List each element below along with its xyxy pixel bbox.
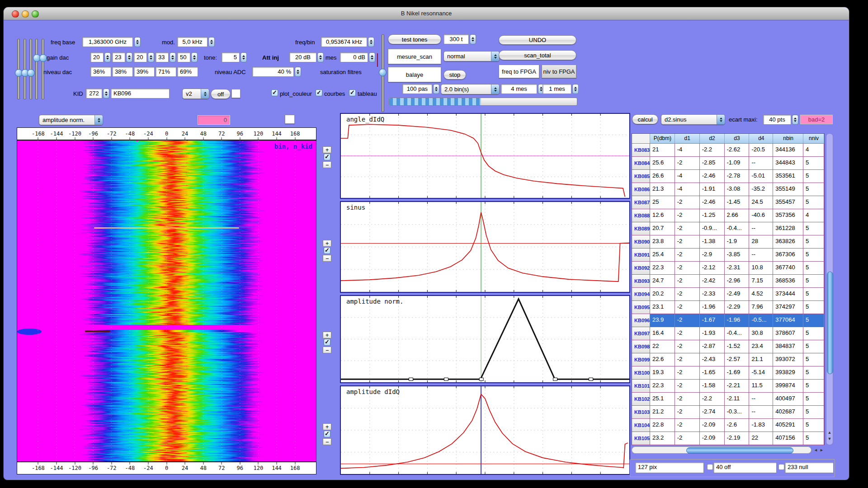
plot-amplitude-norm-[interactable]: amplitude norm. — [340, 295, 630, 383]
scan-total-button[interactable]: scan_total — [499, 50, 576, 60]
zoom-in-button[interactable]: + — [323, 146, 331, 153]
kid-name-cell[interactable]: KB087 — [632, 196, 650, 209]
niveau-adc-field[interactable]: 40 % — [252, 67, 294, 77]
table-vertical-scrollbar-thumb[interactable] — [827, 272, 833, 374]
kid-name-cell[interactable]: KB102 — [632, 393, 650, 405]
undo-button[interactable]: UNDO — [499, 35, 576, 45]
mod-field[interactable]: 5,0 kHz — [177, 37, 208, 47]
kid-name-cell[interactable]: KB104 — [632, 419, 650, 432]
gain-dac-3[interactable]: 20 — [134, 52, 147, 62]
heatmap-canvas[interactable]: bin, n_kid — [17, 141, 316, 461]
freq-base-stepper[interactable] — [134, 37, 141, 47]
off-button[interactable]: off — [211, 89, 231, 99]
pix-field[interactable]: 127 pix — [635, 462, 704, 473]
kid-name-cell[interactable]: KB100 — [632, 366, 650, 379]
mes4-field[interactable]: 4 mes — [501, 84, 537, 94]
table-row[interactable]: KB08321-4-2.2-2.62-20.53441364 — [632, 144, 824, 157]
table-row[interactable]: KB10422.8-2-2.09-2.6-1.834052915 — [632, 419, 824, 432]
gain-dac-5[interactable]: 50 — [177, 52, 190, 62]
kid-name-cell[interactable]: KB091 — [632, 249, 650, 261]
gain-dac-2-stepper[interactable] — [126, 52, 132, 62]
freq-base-field[interactable]: 1,363000 GHz — [82, 37, 133, 47]
mesure-scan-button[interactable]: mesure_scan — [388, 49, 441, 64]
pas-stepper[interactable] — [433, 84, 439, 94]
table-row[interactable]: KB09023.8-2-1.38-1.9283638265 — [632, 235, 824, 249]
off-checkbox[interactable] — [707, 464, 713, 470]
table-row[interactable]: KB10122.3-2-1.58-2.2111.53998745 — [632, 380, 824, 393]
zoom-in-button[interactable]: + — [323, 423, 331, 430]
saturation-slider-handle[interactable] — [379, 69, 387, 76]
kid-name-cell[interactable]: KB090 — [632, 235, 650, 248]
scroll-down-icon[interactable]: ▼ — [826, 436, 833, 441]
gain-dac-1[interactable]: 20 — [90, 52, 104, 62]
kid-name-cell[interactable]: KB095 — [632, 301, 650, 314]
tableau-checkbox[interactable]: ✓ — [349, 89, 356, 96]
table-horizontal-scrollbar-thumb[interactable] — [686, 447, 793, 454]
mes-field[interactable]: 0 dB — [340, 52, 368, 62]
ecart-maxi-stepper[interactable] — [792, 115, 798, 125]
kid-name-cell[interactable]: KB092 — [632, 262, 650, 274]
pas-field[interactable]: 100 pas — [402, 84, 432, 94]
scroll-right-icon[interactable]: ► — [819, 448, 825, 452]
dac-slider-5-handle[interactable] — [39, 54, 47, 62]
zoom-in-button[interactable]: + — [323, 332, 331, 338]
table-row[interactable]: KB09125.4-2-2.9-3.85--3673065 — [632, 249, 824, 262]
niveau-adc-stepper[interactable] — [295, 67, 301, 77]
niv-to-fpga-button[interactable]: niv to FPGA — [542, 65, 576, 78]
table-row[interactable]: KB09324.7-2-2.42-2.967.153685365 — [632, 275, 824, 288]
plot-amplitude-dIdQ[interactable]: amplitude dIdQ — [340, 385, 630, 475]
kid-name-cell[interactable]: KB094 — [632, 288, 650, 300]
mod-stepper[interactable] — [208, 37, 215, 47]
gain-dac-4-stepper[interactable] — [170, 52, 176, 62]
table-row[interactable]: KB09420.2-2-2.33-2.494.523734445 — [632, 288, 824, 301]
ecart-maxi-field[interactable]: 40 pts — [763, 115, 791, 125]
table-row[interactable]: KB08812.6-2-1.252.66-40.63573564 — [632, 209, 824, 222]
plot-enable-checkbox[interactable]: ✓ — [324, 154, 330, 160]
gain-dac-4[interactable]: 33 — [156, 52, 169, 62]
null-count-field[interactable]: 233 null — [785, 462, 834, 473]
tones-count-stepper[interactable] — [470, 34, 476, 44]
table-horizontal-scrollbar[interactable] — [632, 446, 811, 454]
kid-name-cell[interactable]: KB099 — [632, 353, 650, 366]
heatmap-threshold-field[interactable]: 0 — [198, 115, 230, 125]
kid-name-cell[interactable]: KB103 — [632, 406, 650, 418]
table-row[interactable]: KB09922.6-2-2.43-2.5721.13930725 — [632, 353, 824, 366]
scan-mode-select[interactable]: normal — [443, 51, 500, 61]
balaye-button[interactable]: balaye — [388, 67, 441, 82]
plot-enable-checkbox[interactable]: ✓ — [324, 247, 330, 254]
table-row[interactable]: KB08425.6-2-2.85-1.09--3448435 — [632, 157, 824, 170]
kid-name-cell[interactable]: KB083 — [632, 144, 650, 156]
table-row[interactable]: KB10523.2-2-2.09-2.19224071565 — [632, 432, 824, 445]
att-inj-field[interactable]: 20 dB — [289, 52, 316, 62]
att-inj-stepper[interactable] — [317, 52, 324, 62]
gain-dac-2[interactable]: 23 — [112, 52, 125, 62]
gain-dac-3-stepper[interactable] — [148, 52, 154, 62]
null-checkbox[interactable] — [778, 464, 784, 470]
table-row[interactable]: KB08725-2-2.46-1.4524.53554575 — [632, 196, 824, 209]
stop-button[interactable]: stop — [443, 70, 466, 80]
table-row[interactable]: KB09523.1-2-1.96-2.297.963742975 — [632, 301, 824, 314]
kid-name-cell[interactable]: KB097 — [632, 327, 650, 340]
bin-size-select[interactable]: 2.0 bin(s) — [441, 84, 500, 94]
table-row[interactable]: KB08526.6-4-2.46-2.78-5.013535615 — [632, 170, 824, 183]
zoom-out-button[interactable]: − — [323, 161, 331, 168]
kid-number-field[interactable]: 272 — [86, 89, 102, 99]
table-row[interactable]: KB08920.7-2-0.9...-0.4...--3612285 — [632, 222, 824, 235]
table-vertical-scrollbar[interactable]: ▲ ▼ — [826, 133, 833, 445]
kid-name-cell[interactable]: KB096 — [632, 314, 650, 327]
kid-name-cell[interactable]: KB086 — [632, 183, 650, 196]
plot-sinus[interactable]: sinus — [340, 201, 630, 293]
kid-name-cell[interactable]: KB105 — [632, 432, 650, 445]
table-row[interactable]: KB09222.3-2-2.12-2.3110.83677405 — [632, 262, 824, 275]
kid-name-cell[interactable]: KB088 — [632, 209, 650, 222]
scroll-up-icon[interactable]: ▲ — [826, 430, 833, 435]
freq-bin-field[interactable]: 0,953674 kHz — [321, 37, 367, 47]
gain-dac-1-stepper[interactable] — [104, 52, 111, 62]
zoom-out-button[interactable]: − — [323, 438, 331, 445]
plot-enable-checkbox[interactable]: ✓ — [324, 431, 330, 437]
dac-slider-3-handle[interactable] — [27, 69, 35, 77]
kid-name-cell[interactable]: KB084 — [632, 157, 650, 169]
scroll-left-icon[interactable]: ◄ — [813, 448, 819, 452]
kid-name-cell[interactable]: KB098 — [632, 340, 650, 353]
version-select[interactable]: v2 — [182, 89, 209, 99]
